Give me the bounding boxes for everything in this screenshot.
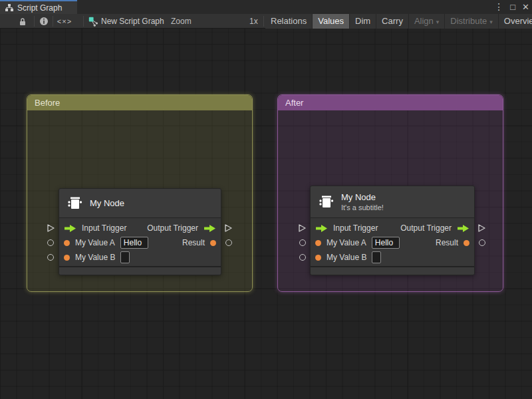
zoom-level-value: 1x (249, 14, 258, 29)
value-b-input[interactable] (120, 251, 130, 263)
toolbar-separator (34, 16, 35, 27)
unit-icon (66, 195, 83, 212)
value-port-icon[interactable] (64, 240, 70, 246)
external-flow-out-port[interactable] (477, 223, 486, 235)
value-port-icon[interactable] (315, 255, 321, 261)
node-body: Input Trigger Output Trigger My Value A … (59, 218, 221, 265)
port-label-value-b: My Value B (75, 253, 115, 262)
value-port-icon[interactable] (464, 240, 469, 246)
graph-hierarchy-icon (5, 3, 14, 12)
port-label-output-trigger: Output Trigger (147, 223, 198, 233)
node-my-node-before[interactable]: My Node Input Trigger Output Trigger My … (59, 188, 221, 275)
value-a-input[interactable] (372, 237, 400, 249)
external-result-port[interactable] (225, 239, 232, 246)
dropdown-arrow-icon: ▾ (436, 19, 440, 25)
flow-out-arrow-icon[interactable] (203, 224, 216, 233)
node-footer (59, 266, 221, 275)
node-my-node-after[interactable]: My Node It's a subtitle! Input Trigger O… (310, 186, 475, 275)
value-port-icon[interactable] (315, 240, 321, 246)
tab-bar: Script Graph ⋮ □ ✕ (0, 0, 532, 14)
dropdown-arrow-icon: ▾ (489, 19, 493, 25)
external-flow-in-port[interactable] (298, 223, 307, 235)
tab-script-graph[interactable]: Script Graph (0, 0, 77, 14)
port-label-result: Result (182, 238, 205, 247)
node-footer (311, 266, 474, 275)
unit-icon (317, 194, 334, 211)
flow-in-arrow-icon[interactable] (315, 224, 328, 233)
overview-button[interactable]: Overview (498, 14, 532, 29)
external-value-a-port[interactable] (47, 239, 54, 246)
dim-button[interactable]: Dim (349, 14, 376, 29)
group-before-header[interactable]: Before (27, 95, 252, 110)
external-flow-in-port[interactable] (47, 223, 55, 235)
port-label-input-trigger: Input Trigger (333, 223, 378, 233)
port-label-value-a: My Value A (327, 238, 366, 247)
carry-button[interactable]: Carry (376, 14, 408, 29)
window-menu-icon[interactable]: ⋮ (494, 0, 503, 14)
toolbar-separator (83, 16, 84, 27)
toolbar-button-group: Relations Values Dim Carry Align▾ Distri… (265, 14, 532, 29)
group-after-label: After (285, 98, 303, 108)
port-label-result: Result (436, 238, 458, 247)
toolbar-separator (53, 16, 53, 27)
maximize-icon[interactable]: □ (510, 0, 515, 14)
relations-button[interactable]: Relations (265, 14, 312, 29)
info-icon[interactable] (37, 14, 51, 29)
flow-out-arrow-icon[interactable] (457, 224, 469, 233)
graph-name-label: New Script Graph (101, 14, 164, 29)
flow-in-arrow-icon[interactable] (64, 224, 76, 233)
value-b-input[interactable] (372, 251, 381, 263)
toolbar-separator (263, 16, 264, 27)
value-a-input[interactable] (120, 237, 148, 249)
value-port-icon[interactable] (64, 255, 70, 261)
node-title: My Node (341, 192, 384, 202)
port-label-value-a: My Value A (75, 238, 115, 247)
external-value-b-port[interactable] (299, 254, 306, 261)
code-preview-icon[interactable]: <×> (55, 14, 74, 29)
node-title: My Node (90, 198, 124, 208)
port-label-input-trigger: Input Trigger (82, 223, 126, 233)
node-subtitle: It's a subtitle! (341, 203, 384, 211)
port-label-output-trigger: Output Trigger (400, 223, 452, 233)
group-after-header[interactable]: After (278, 95, 503, 110)
values-button[interactable]: Values (312, 14, 349, 29)
script-graph-icon (88, 14, 99, 29)
distribute-button[interactable]: Distribute▾ (444, 14, 497, 29)
lock-icon[interactable] (16, 14, 29, 29)
external-value-a-port[interactable] (299, 239, 306, 246)
node-header[interactable]: My Node It's a subtitle! (311, 186, 474, 218)
group-before-label: Before (35, 98, 60, 108)
external-flow-out-port[interactable] (224, 223, 233, 235)
external-value-b-port[interactable] (47, 254, 54, 261)
close-icon[interactable]: ✕ (522, 0, 529, 14)
external-result-port[interactable] (479, 239, 485, 246)
node-header[interactable]: My Node (59, 189, 221, 218)
graph-toolbar: <×> New Script Graph Zoom 1x Relations V… (0, 14, 532, 29)
tab-title: Script Graph (17, 3, 62, 13)
value-port-icon[interactable] (210, 240, 216, 246)
port-label-value-b: My Value B (327, 253, 366, 262)
align-button[interactable]: Align▾ (408, 14, 444, 29)
node-body: Input Trigger Output Trigger My Value A … (311, 218, 474, 265)
zoom-label: Zoom (171, 14, 192, 29)
